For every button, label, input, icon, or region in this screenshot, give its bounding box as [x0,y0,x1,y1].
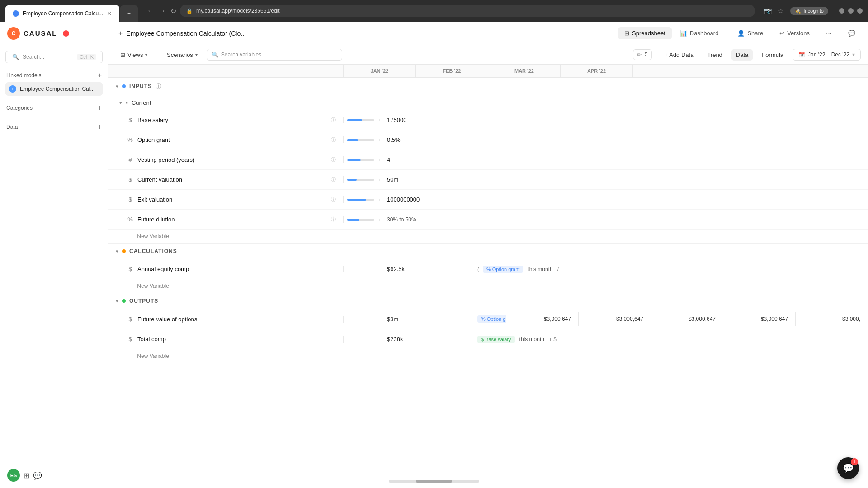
var-row-annual-equity[interactable]: $ Annual equity comp $62.5k ( % Option g… [108,259,868,279]
comment-icon: 💬 [848,30,855,37]
var-slider-base-salary[interactable] [344,119,380,121]
formula-op-div-calc: / [557,266,559,272]
secondary-toolbar: ⊞ Views ▾ ≡ Scenarios ▾ 🔍 Search variabl… [108,45,868,65]
incognito-button[interactable]: 🕵 Incognito [790,7,828,15]
var-row-vesting[interactable]: # Vesting period (years) ⓘ 4 [108,150,868,170]
new-tab-button[interactable]: + [120,5,138,22]
chat-fab-badge: 1 [851,458,858,465]
horizontal-scrollbar[interactable] [389,480,479,483]
tab-close-button[interactable]: ✕ [107,10,112,17]
subgroup-label: Current [132,99,151,106]
inputs-section-header[interactable]: ▾ INPUTS ⓘ [108,78,868,95]
search-icon: 🔍 [12,54,19,60]
var-formula-future-dil [470,216,868,223]
search-variables-input[interactable]: 🔍 Search variables [207,49,342,61]
grid-column-headers: JAN '22 FEB '22 MAR '22 APR '22 [108,65,868,78]
address-bar[interactable]: 🔒 my.causal.app/models/235661/edit [180,5,755,17]
formula-tag-base-salary[interactable]: $ Base salary [477,336,515,343]
trend-button[interactable]: Trend [703,49,726,61]
formula-tag-option-grant-calc[interactable]: % Option grant [483,266,523,273]
var-slider-current-val[interactable] [344,179,380,181]
var-row-future-value[interactable]: $ Future value of options $3m % Option g… [108,309,868,329]
address-text: my.causal.app/models/235661/edit [196,8,280,14]
var-name-vesting: Vesting period (years) [137,156,327,163]
new-variable-calculations[interactable]: + + New Variable [108,279,868,293]
categories-header: Categories + [5,101,103,115]
calc-toggle[interactable]: ▾ [116,249,118,254]
output-label: OUTPUTS [129,298,158,304]
var-left-annual-equity: $ Annual equity comp [108,266,344,272]
bookmark-icon[interactable]: ☆ [778,7,784,14]
var-slider-option-grant[interactable] [344,139,380,141]
camera-icon[interactable]: 📷 [764,7,772,14]
spreadsheet-grid-icon: ⊞ [624,30,629,37]
subgroup-toggle[interactable]: ▾ [119,100,122,106]
user-avatar[interactable]: ES [7,469,20,482]
var-value-option-grant: 0.5% [380,133,470,147]
tab-spreadsheet[interactable]: ⊞ Spreadsheet [618,27,672,39]
views-button[interactable]: ⊞ Views ▾ [116,49,152,61]
new-variable-inputs[interactable]: + + New Variable [108,230,868,244]
chat-fab-button[interactable]: 💬 1 [837,457,859,479]
linked-models-section: Linked models + + Employee Compensation … [0,69,108,96]
formula-tag-option-grant-out[interactable]: % Option grant [477,315,506,323]
new-variable-outputs[interactable]: + + New Variable [108,349,868,363]
var-left-vesting: # Vesting period (years) ⓘ [108,156,344,163]
scenarios-button[interactable]: ≡ Scenarios ▾ [156,49,202,61]
bottom-chat-icon[interactable]: 💬 [33,471,42,480]
add-data-button-toolbar[interactable]: + Add Data [660,49,698,61]
data-button[interactable]: Data [731,49,753,61]
percent-formula-icon2: % [481,316,486,322]
add-linked-model-button[interactable]: + [98,71,102,80]
maximize-button[interactable] [848,8,854,14]
var-left-option-grant: % Option grant ⓘ [108,136,344,143]
var-formula-current-val [470,176,868,183]
output-toggle[interactable]: ▾ [116,298,118,304]
var-value-current-val: 50m [380,173,470,187]
active-tab[interactable]: Employee Compensation Calcu... ✕ [5,5,119,22]
var-row-future-dil[interactable]: % Future dilution ⓘ 30% to 50% [108,210,868,230]
add-data-button[interactable]: + [98,123,102,131]
sidebar-item-employee-comp[interactable]: + Employee Compensation Cal... [5,82,103,96]
formula-button[interactable]: Formula [757,49,788,61]
current-subgroup[interactable]: ▾ ▪ Current [108,95,868,110]
search-bar[interactable]: 🔍 Search... Ctrl+K [5,51,103,63]
var-slider-exit-val[interactable] [344,199,380,201]
var-slider-vesting[interactable] [344,159,380,161]
calculations-section-header[interactable]: ▾ CALCULATIONS [108,244,868,259]
bottom-spreadsheet-icon[interactable]: ⊞ [24,471,29,480]
reload-button[interactable]: ↻ [170,7,176,15]
range-value-text: 30% to 50% [387,216,416,223]
minimize-button[interactable] [839,8,844,14]
back-button[interactable]: ← [147,7,154,15]
outputs-section-header[interactable]: ▾ OUTPUTS [108,293,868,309]
add-category-button[interactable]: + [98,104,102,112]
close-button[interactable] [857,8,863,14]
comment-button[interactable]: 💬 [843,28,861,39]
var-row-base-salary[interactable]: $ Base salary ⓘ 175000 [108,110,868,130]
grid-container[interactable]: JAN '22 FEB '22 MAR '22 APR '22 ▾ INPUTS… [108,65,868,488]
var-formula-total-comp: $ Base salary this month + $ [470,332,868,347]
inputs-toggle[interactable]: ▾ [116,84,118,89]
more-options-button[interactable]: ⋯ [821,28,837,39]
var-formula-exit-val [470,196,868,203]
dollar-type-icon4: $ [127,266,134,272]
var-row-option-grant[interactable]: % Option grant ⓘ 0.5% [108,130,868,150]
forward-button[interactable]: → [159,7,166,15]
var-left-base-salary: $ Base salary ⓘ [108,117,344,123]
tab-dashboard[interactable]: 📊 Dashboard [674,27,725,39]
col-header-more [633,65,705,77]
model-badge: + [9,85,16,93]
share-button[interactable]: 👤 Share [732,28,769,39]
folder-icon: ▪ [126,99,128,106]
var-row-current-val[interactable]: $ Current valuation ⓘ 50m [108,170,868,190]
var-row-total-comp[interactable]: $ Total comp $238k $ Base salary this mo… [108,329,868,349]
var-slider-future-dil[interactable] [344,219,380,221]
var-row-exit-val[interactable]: $ Exit valuation ⓘ 1000000000 [108,190,868,210]
browser-actions: 📷 ☆ 🕵 Incognito [764,7,828,15]
date-range-selector[interactable]: 📅 Jan '22 – Dec '22 ▾ [793,49,861,61]
plus-icon3: + [127,353,130,359]
var-formula-base-salary [470,117,868,124]
versions-button[interactable]: ↩ Versions [774,28,815,39]
browser-tabs: Employee Compensation Calcu... ✕ + [5,0,138,22]
